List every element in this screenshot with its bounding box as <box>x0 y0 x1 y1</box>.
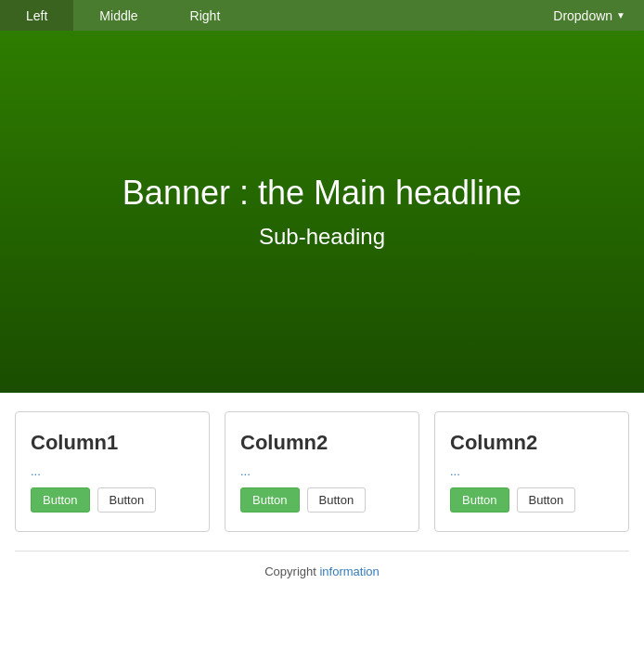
card-3-link[interactable]: ... <box>450 464 613 478</box>
footer-link[interactable]: information <box>319 565 379 578</box>
card-1-default-button[interactable]: Button <box>97 487 157 513</box>
card-2-default-button[interactable]: Button <box>307 487 367 513</box>
card-2-link[interactable]: ... <box>240 464 404 478</box>
card-1-title: Column1 <box>31 431 194 455</box>
card-3-title: Column2 <box>450 431 613 455</box>
card-1-buttons: Button Button <box>31 487 194 513</box>
banner-title: Banner : the Main headline <box>122 174 522 213</box>
card-3: Column2 ... Button Button <box>434 411 629 532</box>
card-2-primary-button[interactable]: Button <box>240 487 300 513</box>
dropdown-label: Dropdown <box>553 8 612 23</box>
card-2-title: Column2 <box>240 431 404 455</box>
card-1: Column1 ... Button Button <box>15 411 210 532</box>
banner: Banner : the Main headline Sub-heading <box>0 31 644 393</box>
card-3-primary-button[interactable]: Button <box>450 487 509 513</box>
nav-dropdown[interactable]: Dropdown ▼ <box>535 0 644 31</box>
footer: Copyright information <box>15 551 629 591</box>
nav-left[interactable]: Left <box>0 0 73 31</box>
dropdown-arrow-icon: ▼ <box>616 10 625 20</box>
card-1-link[interactable]: ... <box>31 464 194 478</box>
card-3-buttons: Button Button <box>450 487 613 513</box>
nav-middle[interactable]: Middle <box>73 0 163 31</box>
card-2: Column2 ... Button Button <box>225 411 419 532</box>
navbar: Left Middle Right Dropdown ▼ <box>0 0 644 31</box>
footer-text: Copyright <box>264 565 316 578</box>
nav-right[interactable]: Right <box>164 0 247 31</box>
card-3-default-button[interactable]: Button <box>517 487 576 513</box>
card-1-primary-button[interactable]: Button <box>31 487 90 513</box>
banner-subtitle: Sub-heading <box>259 224 385 250</box>
card-2-buttons: Button Button <box>240 487 404 513</box>
columns-section: Column1 ... Button Button Column2 ... Bu… <box>0 393 644 551</box>
